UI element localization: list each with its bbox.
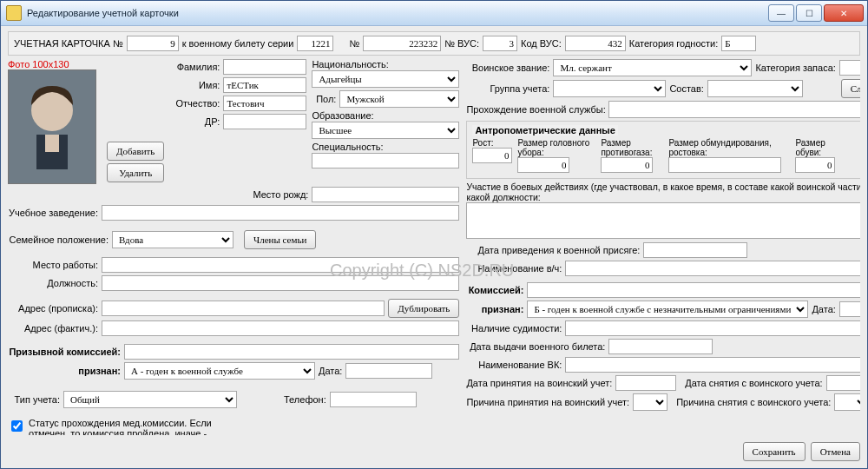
delist-date-input[interactable]: [826, 375, 860, 391]
recognized2-label: признан:: [466, 304, 523, 314]
dob-input[interactable]: [223, 114, 306, 129]
dob-label: ДР:: [169, 116, 220, 127]
delist-reason-select[interactable]: [834, 393, 860, 411]
combat-label: Участие в боевых действиях (где участвов…: [466, 182, 860, 202]
group-select[interactable]: [553, 80, 666, 97]
name-input[interactable]: [223, 77, 306, 93]
surname-input[interactable]: [223, 59, 306, 75]
recognized-select[interactable]: А - годен к военной службе: [124, 362, 315, 380]
card-no-input[interactable]: [127, 36, 179, 51]
shoe-label: Размер обуви:: [795, 138, 838, 157]
vus-no-input[interactable]: [483, 36, 517, 51]
recognized2-date-input[interactable]: [839, 301, 860, 317]
minimize-button[interactable]: —: [768, 4, 794, 22]
mask-label: Размер противогаза:: [601, 138, 663, 157]
photo-add-button[interactable]: Добавить: [107, 142, 164, 161]
workplace-label: Место работы:: [8, 260, 98, 270]
acct-type-select[interactable]: Общий: [63, 391, 237, 408]
vus-no-label: № ВУС:: [444, 38, 479, 49]
service-pass-select[interactable]: [608, 101, 860, 118]
ticket-issue-input[interactable]: [608, 339, 713, 354]
duplicate-button[interactable]: Дублировать: [388, 299, 459, 318]
photo: [8, 69, 96, 184]
marital-select[interactable]: Вдова: [112, 231, 233, 248]
commission-input[interactable]: [527, 282, 860, 298]
position-input[interactable]: [102, 275, 459, 291]
birthplace-input[interactable]: [312, 187, 459, 202]
workplace-input[interactable]: [102, 257, 459, 273]
fitness-input[interactable]: [721, 36, 756, 51]
window-title: Редактирование учетной карточки: [27, 8, 766, 18]
specialty-input[interactable]: [312, 153, 459, 168]
rank-select[interactable]: Мл. сержант: [553, 59, 752, 76]
ticket-series-label: к военному билету серии: [182, 38, 294, 49]
unit-name-label: Наименование в/ч:: [466, 263, 562, 274]
uniform-label: Размер обмундирования, ростовка:: [668, 138, 790, 157]
ticket-no-label: №: [349, 38, 359, 49]
shoe-input[interactable]: [795, 157, 835, 173]
delist-reason-label: Причина снятия с воинского учета:: [676, 397, 831, 407]
vk-name-input[interactable]: [565, 357, 860, 373]
header-panel: УЧЕТНАЯ КАРТОЧКА № к военному билету сер…: [8, 31, 860, 56]
maximize-button[interactable]: ☐: [796, 4, 822, 22]
svg-rect-3: [45, 135, 59, 152]
phone-input[interactable]: [330, 392, 417, 407]
enlist-reason-select[interactable]: [633, 393, 667, 411]
recognized-label: признан:: [8, 366, 121, 376]
ticket-series-input[interactable]: [297, 36, 333, 51]
convictions-input[interactable]: [565, 320, 860, 336]
family-button[interactable]: Члены семьи: [244, 230, 316, 249]
fitness-label: Категория годности:: [629, 38, 718, 49]
enlist-reason-label: Причина принятия на воинский учет:: [466, 397, 629, 407]
school-input[interactable]: [102, 205, 459, 221]
education-select[interactable]: Высшее: [312, 122, 459, 139]
close-button[interactable]: ✕: [824, 4, 864, 22]
med-status-checkbox[interactable]: [11, 420, 23, 432]
ticket-no-input[interactable]: [363, 36, 441, 51]
oath-date-input[interactable]: [643, 242, 747, 258]
recognized-date-input[interactable]: [345, 363, 432, 379]
recognized2-select[interactable]: Б - годен к военной службе с незначитель…: [527, 301, 808, 318]
name-label: Имя:: [169, 80, 220, 90]
nationality-label: Национальность:: [312, 59, 388, 69]
vk-name-label: Наименование ВК:: [466, 360, 562, 370]
nationality-select[interactable]: Адыгейцы: [312, 70, 459, 88]
convictions-label: Наличие судимости:: [466, 323, 562, 334]
service-button[interactable]: Служба: [841, 79, 860, 98]
addr-reg-label: Адрес (прописка):: [8, 303, 98, 314]
save-button[interactable]: Сохранить: [743, 442, 806, 461]
oath-date-label: Дата приведения к военной присяге:: [466, 245, 640, 255]
surname-label: Фамилия:: [169, 62, 220, 72]
unit-name-input[interactable]: [565, 261, 860, 276]
combat-textarea[interactable]: [466, 202, 860, 239]
phone-label: Телефон:: [284, 394, 326, 405]
draft-commission-input[interactable]: [124, 344, 459, 360]
sex-select[interactable]: Мужской: [339, 90, 459, 108]
education-label: Образование:: [312, 110, 373, 121]
enlist-date-label: Дата принятия на воинский учет:: [466, 378, 612, 388]
mask-input[interactable]: [601, 157, 653, 173]
uniform-input[interactable]: [668, 157, 781, 173]
person-icon: [9, 70, 95, 183]
recognized-date-label: Дата:: [319, 366, 342, 376]
sex-label: Пол:: [312, 94, 336, 104]
ticket-issue-label: Дата выдачи военного билета:: [466, 341, 605, 352]
patronymic-label: Отчество:: [169, 98, 220, 109]
cancel-button[interactable]: Отмена: [811, 442, 860, 461]
photo-delete-button[interactable]: Удалить: [107, 163, 164, 182]
position-label: Должность:: [8, 278, 98, 288]
rank-label: Воинское звание:: [466, 63, 549, 73]
addr-fact-input[interactable]: [102, 320, 459, 336]
composition-select[interactable]: [707, 80, 803, 97]
reserve-cat-input[interactable]: [839, 60, 860, 76]
specialty-label: Специальность:: [312, 142, 383, 152]
recognized2-date-label: Дата:: [812, 304, 835, 314]
addr-reg-input[interactable]: [102, 301, 385, 316]
vus-code-input[interactable]: [565, 36, 626, 51]
draft-commission-label: Призывной комиссией:: [8, 347, 121, 357]
patronymic-input[interactable]: [223, 96, 306, 111]
head-input[interactable]: [517, 157, 569, 173]
med-status-label: Статус прохождения мед.комиссии. Если от…: [29, 418, 225, 435]
enlist-date-input[interactable]: [615, 375, 676, 391]
height-input[interactable]: [472, 148, 512, 163]
